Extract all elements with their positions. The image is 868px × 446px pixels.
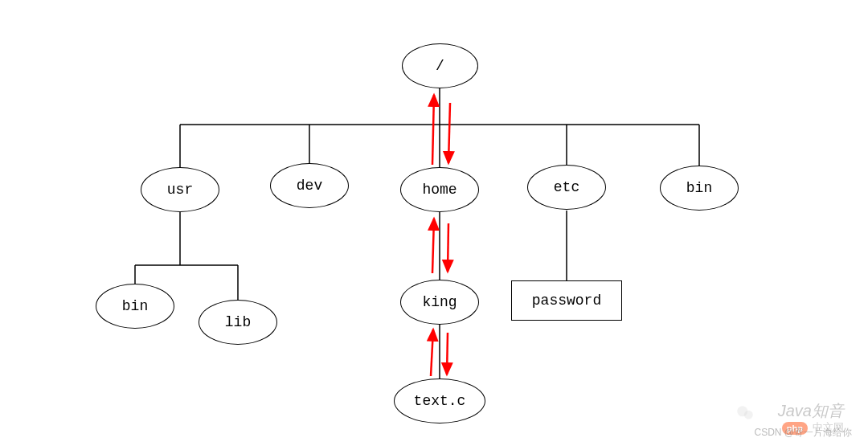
node-lib-label: lib — [225, 314, 251, 330]
svg-line-20 — [447, 333, 448, 374]
node-root-label: / — [436, 58, 444, 74]
svg-line-16 — [448, 103, 450, 163]
svg-line-17 — [432, 219, 434, 273]
watermark-java: Java知音 — [778, 400, 844, 422]
svg-line-15 — [432, 95, 434, 165]
node-home-label: home — [422, 182, 457, 198]
node-textc-label: text.c — [414, 393, 466, 409]
node-password: password — [511, 280, 622, 321]
node-etc: etc — [527, 165, 606, 210]
node-textc: text.c — [394, 378, 485, 423]
node-bin-child-label: bin — [122, 298, 148, 314]
node-usr-label: usr — [167, 182, 193, 198]
node-root: / — [402, 43, 478, 88]
node-lib: lib — [199, 300, 277, 345]
node-usr: usr — [141, 167, 219, 212]
svg-line-19 — [431, 329, 433, 376]
watermark-csdn: CSDN @寄一片海给你 — [754, 426, 852, 440]
node-dev-label: dev — [297, 178, 322, 194]
node-bin-child: bin — [96, 284, 174, 329]
node-bin-top: bin — [660, 166, 739, 211]
svg-line-18 — [448, 223, 448, 272]
node-king-label: king — [422, 294, 457, 310]
node-dev: dev — [270, 163, 349, 208]
node-king: king — [400, 280, 479, 325]
node-password-label: password — [532, 293, 601, 309]
node-bin-top-label: bin — [686, 180, 712, 196]
filesystem-tree-diagram: / usr dev home etc bin bin lib king text… — [0, 0, 868, 446]
svg-point-22 — [744, 411, 753, 419]
node-home: home — [400, 167, 479, 212]
node-etc-label: etc — [554, 179, 579, 195]
wechat-icon — [735, 403, 755, 423]
